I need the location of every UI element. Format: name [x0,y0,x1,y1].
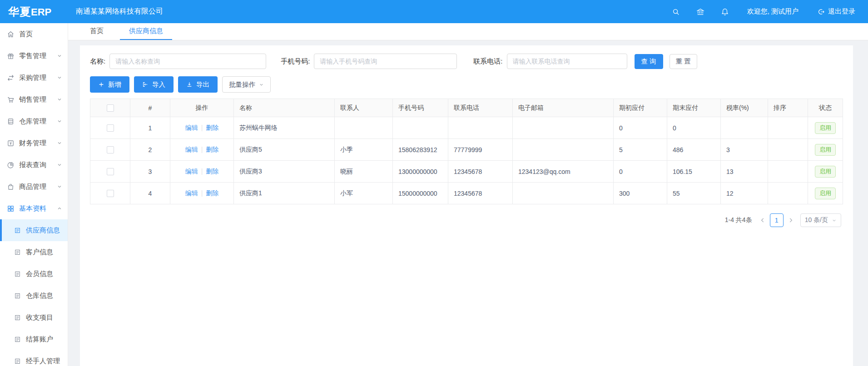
select-all-checkbox[interactable] [107,104,114,112]
logout-button[interactable]: 退出登录 [818,7,855,16]
cell-contact: 小军 [335,183,393,204]
sidebar-subitem-warehouse-info[interactable]: 仓库信息 [0,285,68,307]
tab-home[interactable]: 首页 [81,23,113,40]
cell-tax-rate [721,117,768,139]
cart-icon [7,96,15,104]
sidebar-item-reports[interactable]: 报表查询 [0,154,68,176]
sidebar-subitem-member-info[interactable]: 会员信息 [0,263,68,285]
table-row: 2 编辑|删除 供应商5 小季 15806283912 77779999 5 4… [90,139,843,161]
plus-icon [98,81,104,88]
grid-icon [7,205,15,213]
bag-icon [7,183,15,191]
cell-mobile: 15000000000 [393,183,448,204]
cell-tax-rate: 12 [721,183,768,204]
cell-begin-payable: 300 [614,183,667,204]
tab-supplier-info[interactable]: 供应商信息 [120,23,172,40]
delete-link[interactable]: 删除 [206,189,218,197]
cell-mobile [393,117,448,139]
sidebar-item-finance[interactable]: 财务管理 [0,132,68,154]
chevron-down-icon [57,119,62,124]
sidebar-subitem-income-expense[interactable]: 收支项目 [0,307,68,328]
reset-button[interactable]: 重 置 [670,54,697,69]
document-icon [14,314,21,321]
sidebar-item-home[interactable]: 首页 [0,23,68,45]
pagination-total: 1-4 共4条 [725,216,752,224]
sidebar-item-purchase[interactable]: 采购管理 [0,67,68,89]
edit-link[interactable]: 编辑 [185,146,198,153]
sidebar-item-warehouse[interactable]: 仓库管理 [0,110,68,132]
search-icon[interactable] [672,8,680,16]
mobile-filter-input[interactable] [314,54,457,69]
import-button[interactable]: 导入 [134,76,174,93]
logout-label: 退出登录 [828,7,855,16]
money-icon [7,139,15,147]
pie-chart-icon [7,161,15,169]
bell-icon[interactable] [721,8,729,16]
cell-end-payable: 486 [667,139,721,161]
bank-icon[interactable] [696,8,704,16]
sidebar-subitem-supplier-info[interactable]: 供应商信息 [0,219,68,241]
row-checkbox[interactable] [107,124,114,132]
cell-mobile: 15806283912 [393,139,448,161]
cell-tel: 12345678 [448,183,513,204]
chevron-up-icon [57,206,62,211]
chevron-left-icon[interactable] [759,217,766,223]
row-checkbox[interactable] [107,146,114,153]
cell-end-payable: 55 [667,183,721,204]
tel-filter-input[interactable] [507,54,627,69]
document-icon [14,271,21,277]
status-badge[interactable]: 启用 [815,122,836,134]
col-index: # [130,99,170,117]
document-icon [14,292,21,299]
chevron-down-icon [57,97,62,102]
edit-link[interactable]: 编辑 [185,189,198,197]
pagination-page-1[interactable]: 1 [770,213,784,227]
sidebar-item-products[interactable]: 商品管理 [0,176,68,198]
cell-tax-rate: 13 [721,161,768,183]
sidebar-item-sales[interactable]: 销售管理 [0,89,68,110]
status-badge[interactable]: 启用 [815,144,836,156]
sidebar-item-basic-data[interactable]: 基本资料 [0,198,68,219]
chevron-down-icon [57,75,62,80]
cell-sort [768,183,808,204]
sidebar-subitem-settlement-account[interactable]: 结算账户 [0,328,68,350]
main-content: 名称: 手机号码: 联系电话: 查 询 重 置 新增 导入 导出 [68,40,868,366]
cell-name: 苏州蜗牛网络 [234,117,335,139]
sidebar-subitem-customer-info[interactable]: 客户信息 [0,241,68,263]
export-button[interactable]: 导出 [178,76,218,93]
gift-icon [7,52,15,60]
batch-actions-button[interactable]: 批量操作 [222,76,271,93]
chevron-down-icon [57,53,62,59]
sidebar-subitem-handler-management[interactable]: 经手人管理 [0,350,68,366]
cell-tel: 12345678 [448,161,513,183]
page-size-select[interactable]: 10 条/页 [800,213,841,227]
tel-filter-label: 联系电话: [473,57,502,66]
chevron-down-icon [259,82,264,87]
table-header-row: # 操作 名称 联系人 手机号码 联系电话 电子邮箱 期初应付 期末应付 税率(… [90,99,843,117]
status-badge[interactable]: 启用 [815,188,836,199]
edit-link[interactable]: 编辑 [185,124,198,131]
database-icon [7,118,15,125]
app-header: 华夏ERP 南通某某网络科技有限公司 欢迎您, 测试用户 退出登录 [0,0,868,23]
delete-link[interactable]: 删除 [206,124,218,131]
logo-text-en: ERP [31,6,51,18]
add-button[interactable]: 新增 [90,76,129,93]
search-button[interactable]: 查 询 [635,54,663,69]
cell-tel [448,117,513,139]
mobile-filter-label: 手机号码: [281,57,310,66]
cell-contact: 小季 [335,139,393,161]
row-checkbox[interactable] [107,168,114,175]
cell-contact: 晓丽 [335,161,393,183]
name-filter-input[interactable] [109,54,266,69]
status-badge[interactable]: 启用 [815,166,836,178]
row-checkbox[interactable] [107,190,114,197]
chevron-right-icon[interactable] [788,217,794,223]
table-row: 4 编辑|删除 供应商1 小军 15000000000 12345678 300… [90,183,843,204]
col-status: 状态 [808,99,843,117]
edit-link[interactable]: 编辑 [185,168,198,175]
delete-link[interactable]: 删除 [206,146,218,153]
cell-begin-payable: 0 [614,161,667,183]
sidebar-item-retail[interactable]: 零售管理 [0,45,68,67]
cell-name: 供应商5 [234,139,335,161]
delete-link[interactable]: 删除 [206,168,218,175]
